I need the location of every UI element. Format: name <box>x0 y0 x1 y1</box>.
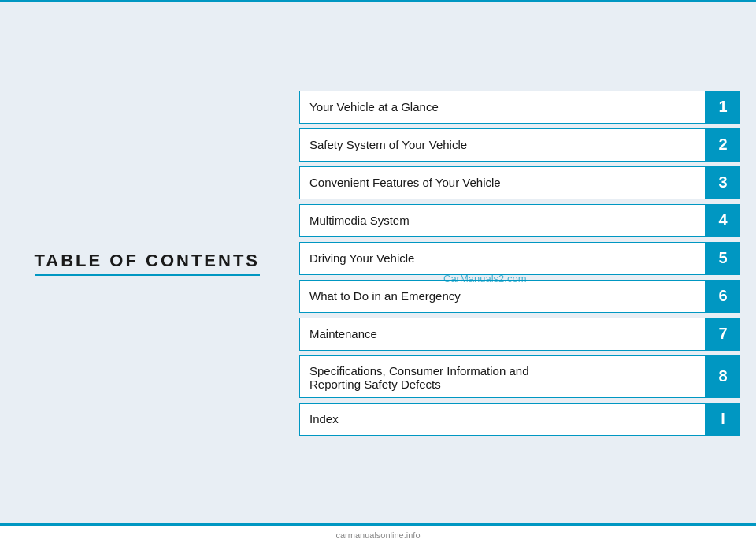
toc-row[interactable]: What to Do in an Emergency6 <box>299 280 740 313</box>
toc-row[interactable]: Driving Your Vehicle5 <box>299 242 740 275</box>
footer-bar: carmanualsonline.info <box>0 526 756 543</box>
toc-item-label-5: Driving Your Vehicle <box>299 242 706 275</box>
toc-item-label-7: Maintenance <box>299 318 706 351</box>
toc-item-number-3: 3 <box>706 166 740 199</box>
toc-title: TABLE OF CONTENTS <box>35 251 260 271</box>
main-content: TABLE OF CONTENTS Your Vehicle at a Glan… <box>0 2 756 523</box>
toc-list: Your Vehicle at a Glance1Safety System o… <box>291 91 740 436</box>
toc-item-label-line1: Specifications, Consumer Information and <box>309 364 528 377</box>
right-panel-wrapper: Your Vehicle at a Glance1Safety System o… <box>284 17 740 509</box>
toc-row[interactable]: Convenient Features of Your Vehicle3 <box>299 166 740 199</box>
toc-item-number-2: 2 <box>706 128 740 162</box>
toc-row[interactable]: Multimedia System4 <box>299 204 740 237</box>
site-label: carmanualsonline.info <box>335 530 420 540</box>
toc-item-number-8: 8 <box>706 355 740 398</box>
toc-row[interactable]: Specifications, Consumer Information and… <box>299 355 740 398</box>
toc-item-number-9: I <box>706 403 740 436</box>
toc-item-number-6: 6 <box>706 280 740 313</box>
toc-row[interactable]: Maintenance7 <box>299 318 740 351</box>
toc-row[interactable]: Your Vehicle at a Glance1 <box>299 91 740 124</box>
toc-item-label-6: What to Do in an Emergency <box>299 280 706 313</box>
toc-item-label-9: Index <box>299 403 706 436</box>
toc-title-underline <box>35 274 260 276</box>
toc-item-label-line2: Reporting Safety Defects <box>309 377 441 391</box>
toc-item-label-1: Your Vehicle at a Glance <box>299 91 706 124</box>
toc-item-label-3: Convenient Features of Your Vehicle <box>299 166 706 199</box>
left-panel: TABLE OF CONTENTS <box>16 17 284 509</box>
toc-title-block: TABLE OF CONTENTS <box>35 251 260 276</box>
toc-row[interactable]: Safety System of Your Vehicle2 <box>299 128 740 162</box>
toc-row[interactable]: IndexI <box>299 403 740 436</box>
toc-item-number-7: 7 <box>706 318 740 351</box>
toc-item-label-4: Multimedia System <box>299 204 706 237</box>
toc-item-label-8: Specifications, Consumer Information and… <box>299 355 706 398</box>
toc-item-number-4: 4 <box>706 204 740 237</box>
toc-item-label-2: Safety System of Your Vehicle <box>299 128 706 162</box>
toc-item-number-5: 5 <box>706 242 740 275</box>
toc-item-number-1: 1 <box>706 91 740 124</box>
